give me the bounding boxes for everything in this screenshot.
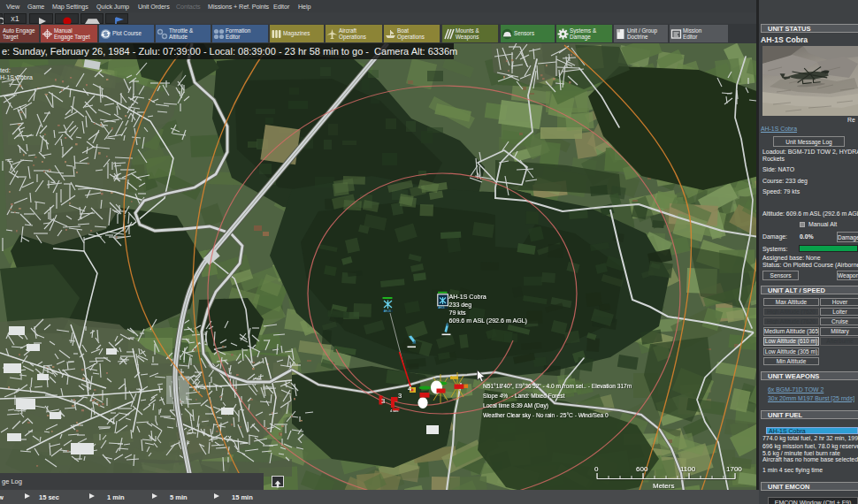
svg-text:AH-1S: AH-1S — [384, 309, 391, 313]
svg-text:4 sec: 4 sec — [390, 409, 399, 413]
svg-text:Weather Clear sky - No rain -: Weather Clear sky - No rain - 25°C - Win… — [483, 412, 609, 419]
svg-text:Local time 8:39 AM (Day): Local time 8:39 AM (Day) — [483, 402, 548, 409]
svg-text:233 deg: 233 deg — [449, 302, 472, 309]
svg-text:AH1S: AH1S — [439, 306, 445, 309]
svg-text:609.6 m ASL (292.6 m AGL): 609.6 m ASL (292.6 m AGL) — [449, 317, 527, 325]
svg-text:600: 600 — [636, 465, 648, 473]
svg-text:N51°18'40", E9°36'52" - 4.0 m: N51°18'40", E9°36'52" - 4.0 m from sel..… — [483, 383, 632, 389]
svg-text:3: 3 — [398, 392, 402, 400]
svg-text:AH-1S Cobra: AH-1S Cobra — [449, 294, 486, 301]
svg-text:1100: 1100 — [680, 465, 696, 473]
svg-text:0: 0 — [594, 465, 599, 473]
svg-text:1700: 1700 — [726, 465, 742, 473]
svg-text:Meters: Meters — [653, 482, 674, 490]
svg-text:79 kts: 79 kts — [449, 309, 466, 317]
svg-text:Slope 4% - Land: Mixed Forest: Slope 4% - Land: Mixed Forest — [483, 393, 565, 400]
svg-text:3: 3 — [381, 397, 385, 405]
svg-text:4: 4 — [408, 385, 411, 393]
